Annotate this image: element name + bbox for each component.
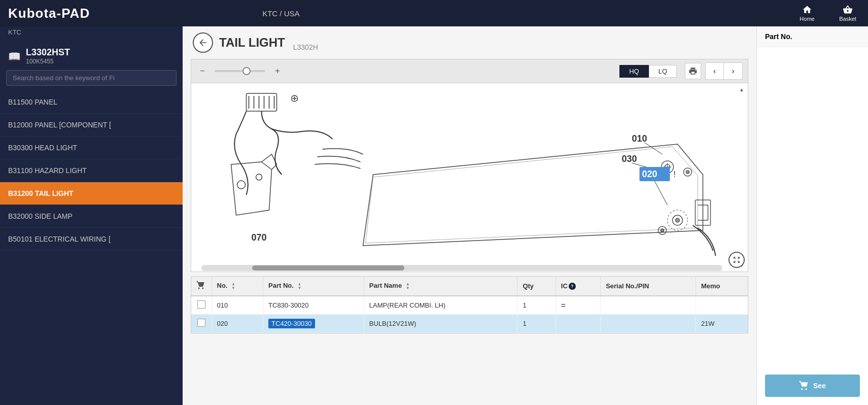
ic-info-icon: ?	[569, 283, 576, 290]
zoom-slider[interactable]	[215, 70, 265, 72]
parts-table-container: No. ▲▼ Part No. ▲▼ Part Name ▲▼ Qty IC ?	[191, 276, 748, 333]
table-header-row: No. ▲▼ Part No. ▲▼ Part Name ▲▼ Qty IC ?	[191, 277, 748, 296]
row-checkbox-010[interactable]	[197, 300, 205, 309]
row-partno-010: TC830-30020	[263, 296, 364, 315]
sort-partno-icon: ▲▼	[298, 282, 302, 290]
app-logo: Kubota-PAD	[8, 6, 90, 21]
header-icons: Home Basket	[787, 0, 868, 26]
diagram-image: ▲	[191, 83, 748, 271]
header: Kubota-PAD KTC / USA Home Basket	[0, 0, 868, 26]
sidebar-item-B32000[interactable]: B32000 SIDE LAMP	[0, 205, 183, 228]
right-panel: Part No. See	[756, 26, 868, 405]
see-cart-label: See	[813, 382, 826, 390]
home-icon	[802, 5, 812, 15]
row-ic-020	[555, 315, 600, 333]
svg-point-24	[686, 171, 689, 174]
scroll-up-indicator[interactable]: ▲	[738, 85, 746, 93]
row-partname-020: BULB(12V21W)	[364, 315, 517, 333]
page-title: TAIL LIGHT	[219, 36, 285, 50]
sidebar-model-info: L3302HST 100K5455	[26, 47, 70, 65]
sidebar-search[interactable]	[6, 70, 177, 86]
svg-point-26	[676, 218, 680, 222]
print-button[interactable]	[685, 63, 701, 79]
next-diagram-button[interactable]: ›	[724, 63, 742, 79]
sidebar-ktc-label: KTC	[0, 26, 183, 40]
hq-button[interactable]: HQ	[619, 65, 649, 78]
row-serial-010	[601, 296, 696, 315]
row-cart-020	[191, 315, 212, 333]
col-serial: Serial No./PIN	[601, 277, 696, 296]
sidebar-item-B12000[interactable]: B12000 PANEL [COMPONENT [	[0, 114, 183, 137]
row-partname-010: LAMP(REAR COMBI. LH)	[364, 296, 517, 315]
home-button[interactable]: Home	[787, 0, 827, 26]
svg-text:010: 010	[632, 133, 647, 144]
zoom-out-button[interactable]: −	[196, 65, 209, 77]
page-header: TAIL LIGHT L3302H	[183, 26, 756, 59]
row-ic-010: =	[555, 296, 600, 315]
page-subtitle: L3302H	[293, 43, 318, 53]
search-input[interactable]	[6, 70, 177, 86]
col-ic: IC ?	[555, 277, 600, 296]
col-no[interactable]: No. ▲▼	[212, 277, 263, 296]
sidebar-item-B11500[interactable]: B11500 PANEL	[0, 91, 183, 114]
col-qty: Qty	[517, 277, 555, 296]
svg-text:030: 030	[622, 154, 637, 164]
row-qty-020: 1	[517, 315, 555, 333]
back-button[interactable]	[193, 32, 213, 53]
col-part-no[interactable]: Part No. ▲▼	[263, 277, 364, 296]
row-partno-020: TC420-30030	[263, 315, 364, 333]
col-cart	[191, 277, 212, 296]
row-no-010: 010	[212, 296, 263, 315]
book-icon: 📖	[8, 50, 21, 62]
row-qty-010: 1	[517, 296, 555, 315]
diagram-nav: ‹ ›	[705, 62, 743, 80]
main-layout: KTC 📖 L3302HST 100K5455 B11500 PANEL B12…	[0, 26, 868, 405]
svg-point-29	[661, 229, 664, 232]
breadcrumb: KTC / USA	[262, 9, 299, 18]
row-serial-020	[601, 315, 696, 333]
right-panel-content	[757, 47, 868, 366]
prev-diagram-button[interactable]: ‹	[706, 63, 724, 79]
horizontal-scrollbar[interactable]	[201, 265, 722, 271]
home-label: Home	[800, 16, 814, 22]
quality-buttons: HQ LQ	[619, 65, 677, 78]
expand-button[interactable]	[728, 252, 745, 268]
back-arrow-icon	[198, 38, 208, 48]
content-area: TAIL LIGHT L3302H − + HQ LQ	[183, 26, 756, 405]
sort-no-icon: ▲▼	[231, 282, 235, 290]
table-row-highlighted: 020 TC420-30030 BULB(12V21W) 1 21W	[191, 315, 748, 333]
table-row: 010 TC830-30020 LAMP(REAR COMBI. LH) 1 =	[191, 296, 748, 315]
basket-label: Basket	[839, 16, 856, 22]
cart-btn-icon	[799, 381, 809, 391]
sidebar-item-B31100[interactable]: B31100 HAZARD LIGHT	[0, 159, 183, 182]
sidebar-model: 📖 L3302HST 100K5455	[0, 40, 183, 70]
print-icon	[688, 66, 698, 76]
zoom-in-button[interactable]: +	[271, 65, 284, 77]
svg-text:!: !	[674, 170, 676, 179]
col-memo: Memo	[696, 277, 748, 296]
row-checkbox-020[interactable]	[197, 319, 205, 327]
sidebar-item-B50101[interactable]: B50101 ELECTRICAL WIRING [	[0, 228, 183, 251]
ic-header: IC ?	[561, 282, 576, 290]
cart-header-icon	[196, 281, 205, 290]
table-body: 010 TC830-30020 LAMP(REAR COMBI. LH) 1 =…	[191, 296, 748, 333]
row-cart-010	[191, 296, 212, 315]
row-memo-010	[696, 296, 748, 315]
svg-text:020: 020	[642, 169, 657, 179]
basket-icon	[843, 5, 853, 15]
col-part-name[interactable]: Part Name ▲▼	[364, 277, 517, 296]
sidebar-item-B31200[interactable]: B31200 TAIL LIGHT	[0, 182, 183, 205]
expand-icon	[733, 256, 741, 264]
lq-button[interactable]: LQ	[649, 65, 677, 78]
sidebar-list: B11500 PANEL B12000 PANEL [COMPONENT [ B…	[0, 91, 183, 405]
svg-text:070: 070	[252, 232, 267, 243]
basket-button[interactable]: Basket	[827, 0, 868, 26]
model-name: L3302HST	[26, 47, 70, 58]
scrollbar-thumb	[252, 265, 404, 271]
parts-table: No. ▲▼ Part No. ▲▼ Part Name ▲▼ Qty IC ?	[191, 277, 748, 333]
zoom-slider-thumb[interactable]	[242, 67, 251, 75]
row-memo-020: 21W	[696, 315, 748, 333]
see-cart-button[interactable]: See	[765, 375, 860, 397]
sidebar-item-B30300[interactable]: B30300 HEAD LIGHT	[0, 137, 183, 159]
technical-diagram: 070 Fig.No. L212XX Fig.No. L212XX 070	[191, 83, 748, 271]
